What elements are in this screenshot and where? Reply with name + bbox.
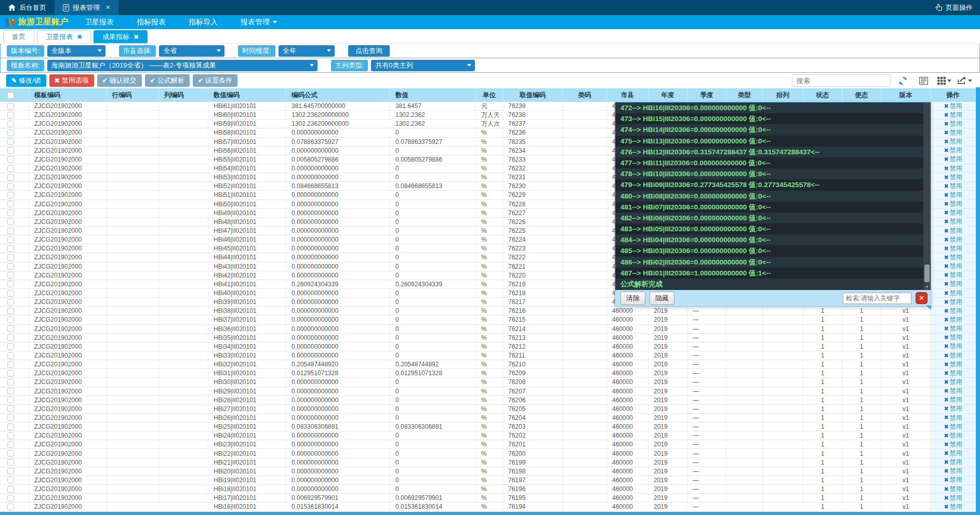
table-row[interactable]: ZJCG201902000HBi36|II0201010.00000000000… [0,325,976,334]
nav-item-indicator-import[interactable]: 指标导入 [177,18,229,27]
row-action-disable-link[interactable]: ✖禁用 [931,467,976,476]
column-header[interactable]: 列编码 [159,88,208,102]
table-row[interactable]: ZJCG201902000HBi20|II0201010.00000000000… [0,467,976,476]
row-checkbox[interactable] [7,325,14,332]
row-action-disable-link[interactable]: ✖禁用 [931,173,976,181]
row-checkbox[interactable] [7,112,14,118]
row-action-disable-link[interactable]: ✖禁用 [931,102,976,110]
table-row[interactable]: ZJCG201902000HBi37|II0201010.00000000000… [0,315,976,324]
row-action-disable-link[interactable]: ✖禁用 [931,155,976,164]
tab-report-management[interactable]: 报表管理 ✕ [55,0,118,15]
row-checkbox[interactable] [7,156,14,163]
main-column-type-select[interactable]: 共有0类主列 [371,60,475,71]
row-checkbox[interactable] [7,236,14,243]
row-checkbox[interactable] [7,201,14,207]
set-conditions-button[interactable]: ✔设置条件 [193,74,237,87]
row-checkbox[interactable] [7,218,14,225]
column-header[interactable]: 季度 [687,88,726,102]
row-checkbox[interactable] [7,228,14,234]
row-action-disable-link[interactable]: ✖禁用 [931,458,976,467]
row-action-disable-link[interactable]: ✖禁用 [931,422,976,431]
row-checkbox[interactable] [7,316,14,323]
export-button[interactable] [956,74,974,87]
row-checkbox[interactable] [7,388,14,394]
formula-parse-button[interactable]: ✔公式解析 [145,74,190,87]
row-checkbox[interactable] [7,334,14,341]
version-select[interactable]: 全版本 [47,45,105,57]
refresh-button[interactable] [894,74,911,87]
table-row[interactable]: ZJCG201902000HBi18|II0201010.00000000000… [0,485,976,494]
row-action-disable-link[interactable]: ✖禁用 [931,405,976,413]
row-checkbox[interactable] [7,129,14,136]
row-action-disable-link[interactable]: ✖禁用 [931,128,976,137]
template-name-select[interactable]: 海南旅游卫星账户（2019全省） ——表2-专项核算成果 [47,60,317,71]
table-row[interactable]: ZJCG201902000HBi27|II0201010.00000000000… [0,405,976,414]
row-checkbox[interactable] [7,272,14,279]
row-action-disable-link[interactable]: ✖禁用 [931,494,976,502]
table-row[interactable]: ZJCG201902000HBi25|II0201010.08330630689… [0,422,976,431]
select-all-checkbox[interactable] [7,92,14,99]
row-action-disable-link[interactable]: ✖禁用 [931,503,976,511]
row-checkbox[interactable] [7,183,14,190]
row-action-disable-link[interactable]: ✖禁用 [931,209,976,217]
row-checkbox[interactable] [7,459,14,466]
column-header[interactable]: 使态 [842,88,881,102]
row-action-disable-link[interactable]: ✖禁用 [931,164,976,173]
tab-result-indicators[interactable]: 成果指标✖ [94,30,148,43]
console-scrollbar[interactable]: ▼ [923,102,931,290]
column-header[interactable]: 数值编码 [208,88,286,102]
row-action-disable-link[interactable]: ✖禁用 [931,431,976,440]
row-action-disable-link[interactable]: ✖禁用 [931,138,976,146]
row-checkbox[interactable] [7,379,14,386]
row-action-disable-link[interactable]: ✖禁用 [931,476,976,484]
console-output[interactable]: 472--> HBi16|III20306=0.000000000000 值:0… [615,102,931,290]
column-header[interactable]: 模板编码 [29,88,107,102]
row-checkbox[interactable] [7,441,14,448]
table-row[interactable]: ZJCG201902000HBi24|II0201010.00000000000… [0,431,976,440]
tab-home[interactable]: 首页 [3,30,34,43]
row-action-disable-link[interactable]: ✖禁用 [931,342,976,351]
row-action-disable-link[interactable]: ✖禁用 [931,235,976,244]
console-search-input[interactable] [843,293,911,304]
column-header[interactable]: 单位 [476,88,503,102]
row-checkbox[interactable] [7,209,14,216]
page-operations-button[interactable]: 页面操作 [928,0,980,15]
query-button[interactable]: 点击查询 [348,45,390,57]
row-checkbox[interactable] [7,245,14,252]
row-action-disable-link[interactable]: ✖禁用 [931,147,976,155]
column-header[interactable]: 排列 [763,88,803,102]
row-checkbox[interactable] [7,121,14,127]
column-header[interactable]: 类码 [563,88,607,102]
table-row[interactable]: ZJCG201902000HBi17|II0201010.00692957990… [0,494,976,503]
table-row[interactable]: ZJCG201902000HBi19|II0201010.00000000000… [0,476,976,485]
row-action-disable-link[interactable]: ✖禁用 [931,253,976,261]
row-action-disable-link[interactable]: ✖禁用 [931,289,976,297]
row-action-disable-link[interactable]: ✖禁用 [931,449,976,457]
row-action-disable-link[interactable]: ✖禁用 [931,271,976,280]
table-row[interactable]: ZJCG201902000HBi34|II0201010.00000000000… [0,342,976,351]
row-checkbox[interactable] [7,174,14,181]
row-action-disable-link[interactable]: ✖禁用 [931,182,976,190]
row-action-disable-link[interactable]: ✖禁用 [931,120,976,128]
row-action-disable-link[interactable]: ✖禁用 [931,218,976,226]
row-action-disable-link[interactable]: ✖禁用 [931,485,976,493]
row-action-disable-link[interactable]: ✖禁用 [931,396,976,404]
row-action-disable-link[interactable]: ✖禁用 [931,200,976,208]
row-checkbox[interactable] [7,138,14,145]
table-row[interactable]: ZJCG201902000HBi23|II0201010.00000000000… [0,440,976,449]
row-checkbox[interactable] [7,370,14,377]
column-header[interactable]: 数值 [390,88,476,102]
row-checkbox[interactable] [7,468,14,474]
row-checkbox[interactable] [7,424,14,430]
confirm-submit-button[interactable]: ✔确认提交 [97,74,142,87]
row-checkbox[interactable] [7,165,14,172]
tab-close-icon[interactable]: ✕ [105,4,110,11]
disable-options-button[interactable]: ✖禁用选项 [49,74,94,87]
edit-lock-button[interactable]: ✎修改/锁 [6,74,46,87]
search-input[interactable] [792,74,891,87]
time-dimension-select[interactable]: 全年 [279,45,335,57]
row-action-disable-link[interactable]: ✖禁用 [931,325,976,333]
nav-item-satellite-reports[interactable]: 卫星报表 [73,18,125,27]
row-checkbox[interactable] [7,281,14,287]
city-select[interactable]: 全省 [159,45,224,57]
